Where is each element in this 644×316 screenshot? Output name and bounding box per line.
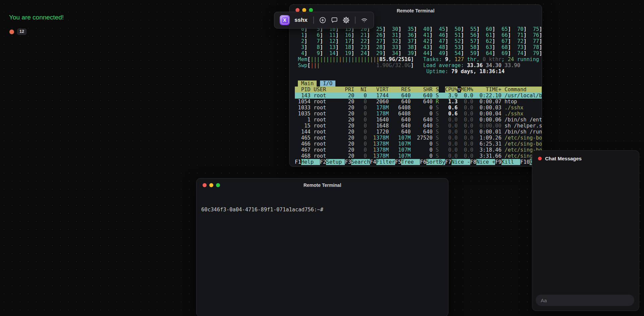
terminal-line: 466 root 20 0 1378M 107M 0 S 0.0 0.0 6:2… xyxy=(295,141,542,147)
terminal-line: Mem[||||||||||||||||||||||85.9G/251G] Ta… xyxy=(295,56,542,62)
shell-screen[interactable]: 60c346f3-0a04-4716-89f1-071a1acad756:~# xyxy=(201,195,448,316)
chat-panel-title: Chat Messages xyxy=(545,156,582,161)
terminal-line: 15 root 20 0 1648 640 640 S 0.0 0.0 0:00… xyxy=(295,123,542,129)
shell-terminal-window: Remote Terminal 60c346f3-0a04-4716-89f1-… xyxy=(196,178,448,316)
terminal-line: 4] 9] 14] 19] 24] 29] 34] 39] 44] 49] 54… xyxy=(295,50,542,56)
sshx-toolbar: X sshx xyxy=(274,12,374,29)
chat-button[interactable] xyxy=(330,16,338,24)
terminal-line: 3] 8] 13] 18] 23] 28] 33] 38] 43] 48] 53… xyxy=(295,44,542,50)
terminal-line: F1Help F2Setup F3SearchF4FilterF5Tree F6… xyxy=(295,159,542,165)
wifi-icon xyxy=(360,16,368,24)
shell-prompt: 60c346f3-0a04-4716-89f1-071a1acad756:~# xyxy=(201,207,323,213)
terminal-line: Swp[||| 1.90G/32.0G] Load average: 33.36… xyxy=(295,62,542,68)
sshx-brand-label: sshx xyxy=(294,17,308,23)
new-terminal-button[interactable] xyxy=(319,16,327,24)
sshx-logo[interactable]: X xyxy=(280,15,290,25)
terminal-line: Main I/O xyxy=(295,81,542,87)
terminal-line xyxy=(295,74,542,81)
terminal-line: 143 root 20 0 1744 640 640 S 3.9 0.0 0:2… xyxy=(295,93,542,99)
presence-indicator: 12 xyxy=(9,29,26,35)
toolbar-divider xyxy=(355,16,356,24)
chat-bubble-icon xyxy=(330,16,338,24)
terminal-line: Uptime: 79 days, 18:36:14 xyxy=(295,68,542,74)
chat-panel: Chat Messages xyxy=(532,150,639,311)
settings-button[interactable] xyxy=(342,16,350,24)
chat-header: Chat Messages xyxy=(532,151,639,166)
terminal-line: 1054 root 20 0 2060 640 640 R 1.3 0.0 0:… xyxy=(295,99,542,105)
terminal-line: 144 root 20 0 1720 640 640 S 0.0 0.0 0:0… xyxy=(295,129,542,135)
terminal-line: 1033 root 20 0 178M 6408 0 S 0.6 0.0 0:0… xyxy=(295,105,542,111)
terminal-line: PID USER PRI NI VIRT RES SHR S CPU%▽MEM%… xyxy=(295,87,542,93)
connection-status: You are connected! xyxy=(9,14,64,21)
participant-count-badge[interactable]: 12 xyxy=(17,29,26,35)
terminal-line: 467 root 20 0 1378M 107M 0 S 0.0 0.0 3:1… xyxy=(295,147,542,153)
toolbar-divider xyxy=(313,16,314,24)
terminal-line: 2] 7] 12] 17] 22] 27] 32] 37] 42] 47] 52… xyxy=(295,38,542,44)
terminal-line: 1] 6] 11] 16] 21] 26] 31] 36] 41] 46] 51… xyxy=(295,32,542,38)
terminal-line: 465 root 20 0 1378M 107M 27520 S 0.0 0.0… xyxy=(295,135,542,141)
sshx-logo-letter: X xyxy=(281,16,289,24)
gear-icon xyxy=(342,16,350,24)
network-status-button[interactable] xyxy=(360,16,368,24)
terminal-line: 1035 root 20 0 178M 6408 0 S 0.6 0.0 0:0… xyxy=(295,111,542,117)
chat-message-input[interactable] xyxy=(536,295,634,306)
terminal-line: 1 root 20 0 1640 640 640 S 0.0 0.0 0:00.… xyxy=(295,117,542,123)
window-titlebar[interactable]: Remote Terminal xyxy=(197,178,448,192)
plus-circle-icon xyxy=(319,16,327,24)
notification-dot-icon xyxy=(538,157,542,160)
htop-terminal-window: Remote Terminal 0] 5] 10] 15] 20] 25] 30… xyxy=(289,4,542,167)
user-avatar-dot[interactable] xyxy=(9,30,14,34)
terminal-line: 468 root 20 0 1378M 107M 0 S 0.0 0.0 3:3… xyxy=(295,153,542,159)
window-title: Remote Terminal xyxy=(197,178,448,192)
htop-screen[interactable]: 0] 5] 10] 15] 20] 25] 30] 35] 40] 45] 50… xyxy=(295,26,542,166)
